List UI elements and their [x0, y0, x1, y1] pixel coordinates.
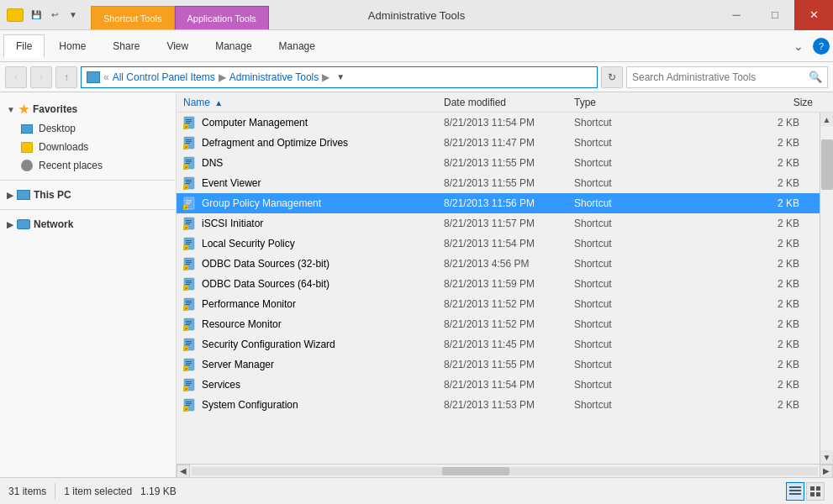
- file-type: Shortcut: [574, 238, 667, 249]
- horizontal-scrollbar[interactable]: ◀ ▶: [177, 464, 833, 477]
- network-icon: [17, 219, 30, 229]
- file-size: 2 KB: [667, 177, 813, 189]
- quick-access-save[interactable]: 💾: [29, 8, 44, 23]
- file-name-text: DNS: [202, 157, 223, 169]
- quick-access-undo[interactable]: ↩: [47, 8, 62, 23]
- maximize-button[interactable]: □: [756, 0, 794, 30]
- scroll-track-v: [820, 126, 833, 450]
- scroll-thumb-h[interactable]: [442, 467, 509, 475]
- file-size: 2 KB: [667, 117, 813, 129]
- favorites-expand-arrow: ▼: [7, 105, 15, 114]
- svg-text:⇗: ⇗: [184, 124, 187, 129]
- path-segment-root[interactable]: All Control Panel Items: [113, 71, 215, 83]
- ribbon-minimize-icon[interactable]: ⌄: [788, 35, 809, 57]
- sidebar-item-recent[interactable]: Recent places: [0, 156, 176, 175]
- large-icons-view-button[interactable]: [806, 482, 825, 501]
- svg-rect-63: [186, 324, 190, 325]
- tab-share[interactable]: Share: [100, 34, 152, 57]
- tab-manage1[interactable]: Manage: [203, 34, 264, 57]
- file-name-text: Server Manager: [202, 359, 274, 370]
- back-button[interactable]: ‹: [5, 66, 27, 88]
- file-name: ⇗ Server Manager: [183, 358, 444, 371]
- svg-text:⇗: ⇗: [184, 185, 187, 190]
- table-row[interactable]: ⇗ ODBC Data Sources (32-bit) 8/21/2013 4…: [177, 254, 820, 274]
- file-date: 8/21/2013 11:55 PM: [444, 177, 574, 189]
- svg-rect-50: [186, 282, 192, 283]
- svg-rect-33: [186, 223, 190, 224]
- minimize-button[interactable]: ─: [717, 0, 756, 30]
- tab-file[interactable]: File: [3, 34, 45, 58]
- table-row[interactable]: ⇗ System Configuration 8/21/2013 11:53 P…: [177, 395, 820, 415]
- scroll-left-arrow[interactable]: ◀: [177, 465, 190, 478]
- file-date: 8/21/2013 11:52 PM: [444, 298, 574, 310]
- vertical-scrollbar[interactable]: ▲ ▼: [820, 113, 833, 464]
- sidebar-item-desktop[interactable]: Desktop: [0, 119, 176, 138]
- sidebar-section-network[interactable]: ▶ Network: [0, 215, 176, 234]
- table-row[interactable]: ⇗ Server Manager 8/21/2013 11:55 PM Shor…: [177, 354, 820, 375]
- sidebar-thispc-label: This PC: [34, 189, 71, 201]
- col-header-date[interactable]: Date modified: [444, 97, 574, 108]
- sidebar-recent-label: Recent places: [39, 160, 103, 171]
- file-icon: ⇗: [183, 237, 197, 250]
- svg-rect-95: [810, 492, 815, 496]
- table-row[interactable]: ⇗ iSCSI Initiator 8/21/2013 11:57 PM Sho…: [177, 213, 820, 234]
- close-button[interactable]: ✕: [794, 0, 833, 30]
- selected-info: 1 item selected: [64, 486, 132, 497]
- scroll-thumb-v[interactable]: [821, 139, 833, 190]
- file-icon: ⇗: [183, 338, 197, 351]
- file-icon: ⇗: [183, 217, 197, 230]
- file-size: 2 KB: [667, 278, 813, 290]
- address-path[interactable]: « All Control Panel Items ▶ Administrati…: [81, 66, 598, 88]
- col-header-size[interactable]: Size: [667, 97, 826, 108]
- table-row[interactable]: ⇗ Event Viewer 8/21/2013 11:55 PM Shortc…: [177, 173, 820, 193]
- table-row[interactable]: ⇗ Security Configuration Wizard 8/21/201…: [177, 334, 820, 354]
- table-row[interactable]: ⇗ Computer Management 8/21/2013 11:54 PM…: [177, 113, 820, 133]
- table-row[interactable]: ⇗ Local Security Policy 8/21/2013 11:54 …: [177, 234, 820, 254]
- sidebar-item-downloads[interactable]: Downloads: [0, 138, 176, 156]
- table-row[interactable]: ⇗ Defragment and Optimize Drives 8/21/20…: [177, 133, 820, 153]
- file-date: 8/21/2013 11:45 PM: [444, 339, 574, 350]
- file-size: 2 KB: [667, 157, 813, 169]
- tab-home[interactable]: Home: [46, 34, 98, 57]
- table-row[interactable]: ⇗ Performance Monitor 8/21/2013 11:52 PM…: [177, 294, 820, 314]
- file-name: ⇗ Group Policy Management: [183, 197, 444, 210]
- thispc-icon: [17, 190, 30, 200]
- application-tools-tab[interactable]: Application Tools: [175, 6, 269, 29]
- refresh-button[interactable]: ↻: [601, 66, 623, 88]
- file-date: 8/21/2013 11:54 PM: [444, 117, 574, 129]
- file-area-scroll: ⇗ Computer Management 8/21/2013 11:54 PM…: [177, 113, 833, 464]
- search-input[interactable]: [632, 71, 805, 83]
- path-segment-current[interactable]: Administrative Tools: [229, 71, 319, 83]
- svg-rect-2: [186, 121, 192, 122]
- quick-access-dropdown[interactable]: ▼: [66, 8, 81, 23]
- scroll-right-arrow[interactable]: ▶: [820, 465, 833, 478]
- table-row[interactable]: ⇗ Resource Monitor 8/21/2013 11:52 PM Sh…: [177, 314, 820, 334]
- scroll-track-h: [192, 467, 818, 475]
- file-type: Shortcut: [574, 278, 667, 290]
- search-icon[interactable]: 🔍: [809, 71, 822, 83]
- file-size: 2 KB: [667, 399, 813, 411]
- tab-manage2[interactable]: Manage: [266, 34, 328, 57]
- svg-text:⇗: ⇗: [184, 386, 187, 391]
- ribbon-help-icon[interactable]: ?: [813, 38, 830, 55]
- details-view-button[interactable]: [786, 482, 804, 501]
- forward-button[interactable]: ›: [30, 66, 52, 88]
- sidebar-downloads-label: Downloads: [39, 141, 88, 153]
- svg-rect-90: [789, 486, 801, 488]
- file-date: 8/21/2013 11:56 PM: [444, 197, 574, 209]
- col-header-type[interactable]: Type: [574, 97, 667, 108]
- shortcut-tools-tab[interactable]: Shortcut Tools: [91, 6, 175, 29]
- table-row[interactable]: ⇗ Services 8/21/2013 11:54 PM Shortcut 2…: [177, 375, 820, 395]
- sidebar-section-thispc[interactable]: ▶ This PC: [0, 186, 176, 204]
- path-dropdown-arrow[interactable]: ▼: [336, 72, 345, 81]
- scroll-down-arrow[interactable]: ▼: [820, 450, 833, 464]
- scroll-up-arrow[interactable]: ▲: [820, 113, 833, 126]
- col-header-name[interactable]: Name ▲: [183, 97, 444, 108]
- table-row[interactable]: ⇗ DNS 8/21/2013 11:55 PM Shortcut 2 KB: [177, 153, 820, 173]
- sidebar-section-favorites[interactable]: ▼ ★ Favorites: [0, 99, 176, 119]
- tab-view[interactable]: View: [154, 34, 201, 57]
- table-row[interactable]: ⇗ Group Policy Management 8/21/2013 11:5…: [177, 193, 820, 213]
- up-button[interactable]: ↑: [55, 66, 77, 88]
- svg-text:⇗: ⇗: [184, 245, 187, 250]
- table-row[interactable]: ⇗ ODBC Data Sources (64-bit) 8/21/2013 1…: [177, 274, 820, 294]
